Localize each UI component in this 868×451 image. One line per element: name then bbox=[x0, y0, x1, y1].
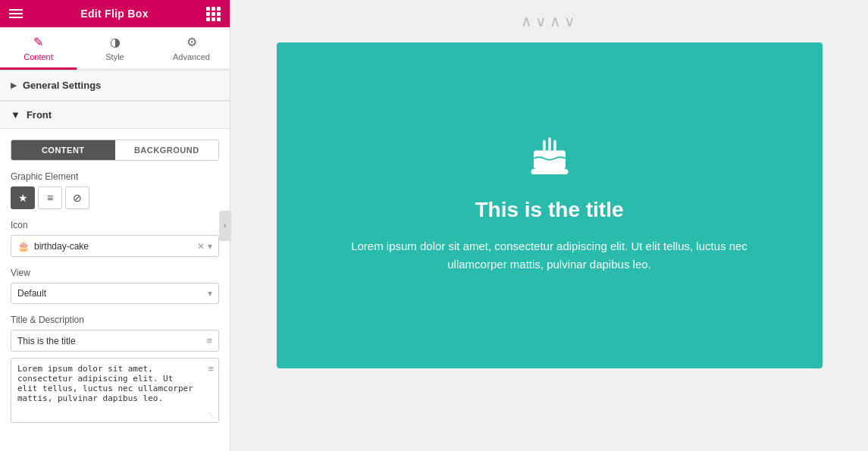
view-chevron[interactable]: ▾ bbox=[208, 288, 212, 299]
title-input-wrap[interactable]: ≡ bbox=[11, 330, 219, 352]
svg-rect-7 bbox=[531, 169, 568, 174]
top-decoration: ∧∨∧∨ bbox=[521, 12, 578, 30]
toggle-background-btn[interactable]: BACKGROUND bbox=[115, 140, 219, 160]
hamburger-menu-icon[interactable] bbox=[9, 9, 23, 18]
front-label: Front bbox=[27, 109, 52, 121]
general-settings-label: General Settings bbox=[23, 80, 101, 91]
graphic-element-row: Graphic Element ★ ≡ ⊘ bbox=[11, 171, 219, 209]
tab-content-label: Content bbox=[24, 52, 53, 61]
panel-header-title: Edit Flip Box bbox=[80, 8, 148, 20]
graphic-star-btn[interactable]: ★ bbox=[11, 186, 35, 209]
preview-description: Lorem ipsum dolor sit amet, consectetur … bbox=[322, 237, 777, 274]
icon-label: Icon bbox=[11, 220, 219, 230]
preview-title: This is the title bbox=[475, 198, 623, 222]
desc-edit-icon[interactable]: ≡ bbox=[208, 363, 214, 374]
tab-advanced-label: Advanced bbox=[173, 52, 210, 61]
front-section-header[interactable]: ▼ Front bbox=[0, 101, 230, 129]
icon-chevron[interactable]: ▾ bbox=[208, 241, 212, 252]
resize-handle[interactable]: ⋱ bbox=[208, 411, 215, 419]
view-value: Default bbox=[17, 288, 208, 299]
general-settings-header[interactable]: ▶ General Settings bbox=[0, 70, 230, 101]
desc-textarea-wrap: Lorem ipsum dolor sit amet, consectetur … bbox=[11, 358, 219, 423]
style-tab-icon: ◑ bbox=[110, 35, 121, 49]
graphic-none-btn[interactable]: ⊘ bbox=[65, 186, 89, 209]
tab-content[interactable]: ✎ Content bbox=[0, 27, 77, 70]
svg-point-3 bbox=[543, 140, 546, 144]
front-section-content: CONTENT BACKGROUND Graphic Element ★ ≡ ⊘… bbox=[0, 129, 230, 444]
preview-cake-icon bbox=[528, 137, 571, 183]
svg-point-5 bbox=[553, 140, 556, 144]
panel-collapse-toggle[interactable]: ‹ bbox=[219, 211, 231, 241]
tab-style-label: Style bbox=[105, 52, 124, 61]
content-tab-icon: ✎ bbox=[33, 35, 43, 49]
cake-icon-small: 🎂 bbox=[17, 240, 30, 252]
right-preview-area: ∧∨∧∨ This is the title Lorem ip bbox=[230, 0, 868, 451]
view-row: View Default ▾ bbox=[11, 268, 219, 304]
view-select[interactable]: Default ▾ bbox=[11, 283, 219, 304]
tab-style[interactable]: ◑ Style bbox=[77, 27, 153, 70]
icon-row: Icon 🎂 birthday-cake ✕ ▾ bbox=[11, 220, 219, 257]
graphic-text-btn[interactable]: ≡ bbox=[38, 186, 62, 209]
graphic-element-label: Graphic Element bbox=[11, 171, 219, 182]
grid-menu-icon[interactable] bbox=[206, 7, 221, 21]
general-settings-arrow: ▶ bbox=[11, 81, 17, 89]
panel-body: ▶ General Settings ▼ Front CONTENT BACKG… bbox=[0, 70, 230, 451]
title-description-row: Title & Description ≡ Lorem ipsum dolor … bbox=[11, 315, 219, 423]
title-edit-icon[interactable]: ≡ bbox=[206, 335, 212, 346]
tab-advanced[interactable]: ⚙ Advanced bbox=[153, 27, 230, 70]
icon-clear-btn[interactable]: ✕ bbox=[197, 241, 205, 252]
toggle-content-btn[interactable]: CONTENT bbox=[11, 140, 115, 160]
icon-value: birthday-cake bbox=[34, 241, 194, 252]
panel-header: Edit Flip Box bbox=[0, 0, 230, 27]
view-label: View bbox=[11, 268, 219, 278]
left-panel: Edit Flip Box ✎ Content ◑ Style ⚙ Advanc… bbox=[0, 0, 230, 451]
graphic-element-buttons: ★ ≡ ⊘ bbox=[11, 186, 219, 209]
flip-box-preview: This is the title Lorem ipsum dolor sit … bbox=[277, 42, 823, 368]
front-arrow: ▼ bbox=[11, 109, 20, 121]
title-input[interactable] bbox=[17, 336, 206, 346]
advanced-tab-icon: ⚙ bbox=[186, 35, 197, 49]
svg-rect-1 bbox=[548, 140, 551, 151]
title-description-label: Title & Description bbox=[11, 315, 219, 325]
panel-tabs: ✎ Content ◑ Style ⚙ Advanced bbox=[0, 27, 230, 70]
content-background-toggle: CONTENT BACKGROUND bbox=[11, 139, 219, 161]
description-textarea[interactable]: Lorem ipsum dolor sit amet, consectetur … bbox=[11, 359, 218, 419]
svg-point-4 bbox=[548, 137, 551, 141]
icon-select[interactable]: 🎂 birthday-cake ✕ ▾ bbox=[11, 235, 219, 257]
